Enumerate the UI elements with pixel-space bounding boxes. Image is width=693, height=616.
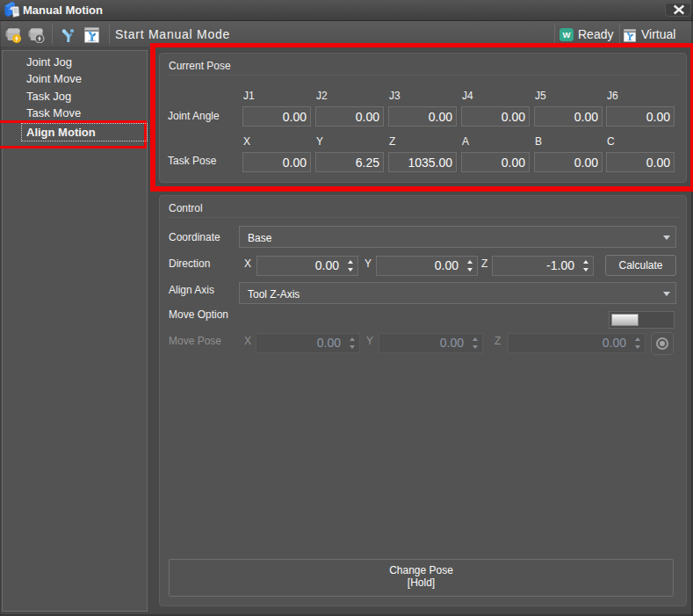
svg-text:W: W — [563, 30, 571, 40]
